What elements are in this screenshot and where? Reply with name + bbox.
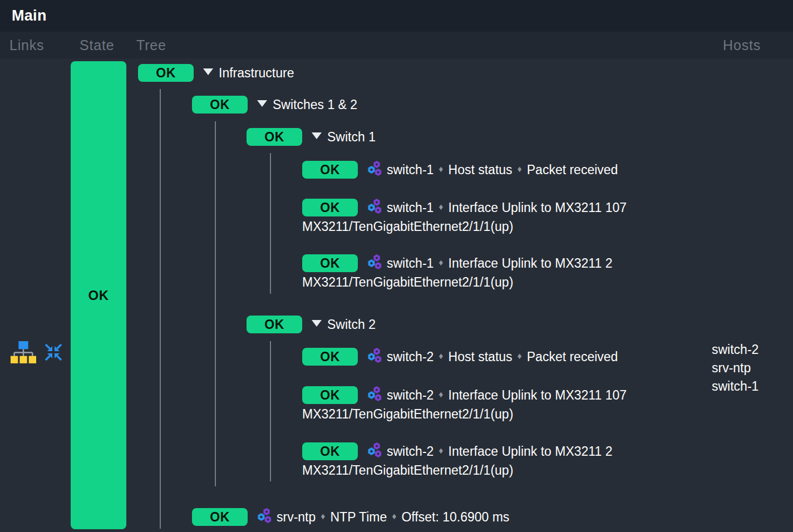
tree-leaf-service: OKswitch-1♦Host status♦Packet received — [302, 159, 698, 179]
node-title[interactable]: Switch 1 — [327, 130, 376, 144]
page-title: Main — [12, 7, 47, 24]
node-title[interactable]: Switch 2 — [327, 317, 376, 332]
diamond-separator: ♦ — [321, 507, 325, 526]
service-link[interactable]: Interface Uplink to MX3211 2 — [449, 444, 613, 459]
host-link[interactable]: switch-1 — [387, 256, 434, 270]
collapse-all-icon[interactable] — [44, 343, 63, 362]
state-badge: OK — [302, 386, 358, 404]
service-link[interactable]: Interface Uplink to MX3211 107 — [449, 200, 627, 215]
tree-leaf-service: OKswitch-2♦Interface Uplink to MX3211 10… — [302, 385, 698, 423]
tree-leaf-service: OKswitch-1♦Interface Uplink to MX3211 2M… — [302, 253, 698, 292]
node-title[interactable]: Infrastructure — [219, 66, 294, 80]
service-output: Offset: 10.6900 ms — [401, 510, 509, 524]
collapse-arrow-icon[interactable] — [312, 132, 322, 139]
service-gears-icon — [367, 160, 383, 177]
state-badge: OK — [302, 161, 358, 179]
service-output: Packet received — [527, 349, 618, 364]
collapse-arrow-icon[interactable] — [257, 100, 267, 107]
host-link[interactable]: switch-2 — [387, 349, 434, 364]
host-link[interactable]: switch-1 — [387, 162, 434, 177]
host-link[interactable]: switch-1 — [387, 200, 434, 215]
state-badge: OK — [302, 199, 358, 216]
host-link[interactable]: switch-2 — [387, 388, 434, 402]
diamond-separator: ♦ — [439, 160, 443, 179]
node-title[interactable]: Switches 1 & 2 — [273, 97, 357, 112]
column-header-links: Links — [9, 32, 44, 58]
state-badge: OK — [192, 96, 248, 114]
aggregation-tree-panel: OK OKInfrastructure OKSwitches 1 & 2 OKS… — [0, 58, 793, 532]
state-badge: OK — [247, 128, 302, 146]
column-header-tree: Tree — [136, 32, 166, 58]
diamond-separator: ♦ — [439, 441, 443, 460]
diamond-separator: ♦ — [392, 507, 396, 526]
service-name-wrap: MX3211/TenGigabitEthernet2/1/1(up) — [302, 217, 698, 236]
service-name-wrap: MX3211/TenGigabitEthernet2/1/1(up) — [302, 273, 698, 292]
tree-node-switch-2: OKSwitch 2 — [247, 314, 376, 334]
service-link[interactable]: NTP Time — [330, 510, 387, 524]
tree-connector-line — [270, 153, 271, 294]
state-badge: OK — [138, 64, 194, 82]
diamond-separator: ♦ — [518, 347, 522, 366]
title-bar: Main — [0, 0, 793, 32]
column-header-state: State — [80, 32, 114, 58]
host-link[interactable]: switch-2 — [387, 444, 434, 459]
host-link[interactable]: srv-ntp — [712, 359, 758, 377]
host-link[interactable]: switch-1 — [712, 377, 758, 396]
aggregation-state-bar: OK — [71, 61, 126, 529]
column-header-hosts: Hosts — [723, 32, 761, 58]
tree-leaf-service: OKswitch-2♦Interface Uplink to MX3211 2M… — [302, 441, 698, 480]
service-gears-icon — [367, 442, 383, 459]
service-name-wrap: MX3211/TenGigabitEthernet2/1/1(up) — [302, 405, 698, 423]
tree-connector-line — [215, 121, 216, 486]
service-gears-icon — [367, 386, 383, 402]
aggregation-tree-icon[interactable] — [11, 341, 36, 363]
service-name-wrap: MX3211/TenGigabitEthernet2/1/1(up) — [302, 461, 698, 480]
service-link[interactable]: Host status — [449, 162, 513, 177]
diamond-separator: ♦ — [439, 253, 443, 272]
tree-node-switches-1-2: OKSwitches 1 & 2 — [192, 94, 357, 114]
service-gears-icon — [367, 254, 383, 270]
state-badge: OK — [302, 348, 358, 366]
aggregation-state-label: OK — [88, 288, 109, 303]
host-link[interactable]: srv-ntp — [277, 510, 316, 524]
state-badge: OK — [302, 442, 358, 460]
state-badge: OK — [247, 316, 302, 333]
tree-leaf-service: OKswitch-2♦Host status♦Packet received — [302, 346, 698, 366]
service-gears-icon — [367, 198, 383, 215]
tree-node-switch-1: OKSwitch 1 — [247, 126, 376, 146]
tree-leaf-service: OKswitch-1♦Interface Uplink to MX3211 10… — [302, 197, 698, 236]
service-link[interactable]: Interface Uplink to MX3211 2 — [449, 256, 613, 270]
service-output: Packet received — [527, 162, 618, 177]
collapse-arrow-icon[interactable] — [203, 68, 213, 75]
diamond-separator: ♦ — [439, 385, 443, 404]
tree-node-infrastructure: OKInfrastructure — [138, 62, 294, 82]
service-link[interactable]: Interface Uplink to MX3211 107 — [449, 388, 627, 402]
collapse-arrow-icon[interactable] — [312, 320, 322, 327]
host-link[interactable]: switch-2 — [712, 341, 758, 359]
service-gears-icon — [367, 347, 383, 364]
tree-connector-line — [270, 341, 271, 481]
hosts-cell: switch-2 srv-ntp switch-1 — [712, 341, 758, 396]
diamond-separator: ♦ — [518, 160, 522, 179]
links-cell — [11, 341, 63, 363]
service-link[interactable]: Host status — [449, 349, 513, 364]
tree-leaf-service: OKsrv-ntp♦NTP Time♦Offset: 10.6900 ms — [192, 506, 588, 526]
column-header-row: Links State Tree Hosts — [0, 32, 793, 58]
diamond-separator: ♦ — [439, 198, 443, 216]
diamond-separator: ♦ — [439, 347, 443, 366]
service-gears-icon — [257, 508, 273, 524]
state-badge: OK — [302, 254, 358, 272]
state-badge: OK — [192, 508, 248, 526]
tree-connector-line — [160, 89, 161, 529]
